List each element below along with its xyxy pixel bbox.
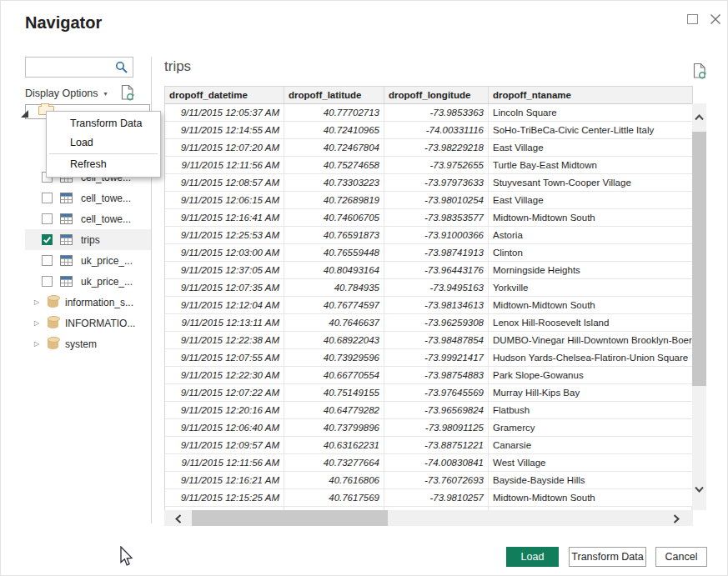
preview-grid-header: dropoff_datetime dropoff_latitude dropof…: [165, 87, 692, 104]
expand-arrow-icon[interactable]: ▷: [34, 319, 43, 327]
preview-refresh-icon[interactable]: [693, 63, 708, 83]
cell-dropoff-longitude: -73.9853363: [384, 104, 489, 121]
cell-dropoff-datetime: 9/11/2015 12:22:30 AM: [165, 367, 284, 383]
cell-dropoff-latitude: 40.73277664: [284, 454, 384, 471]
expand-arrow-icon[interactable]: ▷: [34, 298, 43, 306]
cell-dropoff-latitude: 40.68922043: [284, 332, 384, 348]
tree-item-checkbox[interactable]: [42, 234, 53, 245]
table-row: 9/11/2015 12:16:41 AM 40.74606705 -73.98…: [165, 209, 692, 227]
table-row: 9/11/2015 12:07:55 AM 40.73929596 -73.99…: [165, 349, 692, 367]
maximize-icon[interactable]: [687, 14, 698, 24]
tree-item[interactable]: ▷ cell_towe...: [25, 188, 151, 208]
cell-dropoff-datetime: 9/11/2015 12:06:40 AM: [165, 419, 284, 436]
context-menu: Transform Data Load Refresh: [46, 111, 161, 178]
sidebar-refresh-icon[interactable]: [121, 84, 136, 105]
vertical-scrollbar[interactable]: [692, 103, 706, 510]
table-icon: [60, 193, 73, 203]
cell-dropoff-datetime: 9/11/2015 12:25:53 AM: [165, 227, 284, 243]
tree-item[interactable]: ▷ information_s...: [25, 292, 151, 313]
tree-item[interactable]: ▷ trips: [25, 229, 151, 250]
column-header[interactable]: dropoff_ntaname: [489, 87, 692, 103]
cell-dropoff-datetime: 9/11/2015 12:08:57 AM: [165, 174, 284, 191]
tree-item-label: cell_towe...: [81, 193, 131, 204]
tree-item-label: trips: [81, 234, 100, 246]
display-options-dropdown[interactable]: Display Options▾: [25, 88, 108, 99]
transform-data-button[interactable]: Transform Data: [569, 547, 646, 567]
tree-item-checkbox[interactable]: [42, 276, 53, 287]
cancel-button[interactable]: Cancel: [655, 547, 707, 567]
scroll-left-icon[interactable]: [175, 514, 182, 523]
close-icon[interactable]: [709, 13, 722, 26]
cell-dropoff-ntaname: Flatbush: [489, 402, 692, 418]
cell-dropoff-datetime: 9/11/2015 12:03:00 AM: [165, 244, 284, 261]
cell-dropoff-ntaname: Morningside Heights: [489, 262, 692, 278]
cell-dropoff-datetime: 9/11/2015 12:06:15 AM: [165, 192, 284, 208]
cell-dropoff-latitude: 40.80493164: [284, 262, 384, 278]
cell-dropoff-latitude: 40.76591873: [284, 227, 384, 243]
context-menu-item[interactable]: Refresh: [47, 155, 160, 174]
cell-dropoff-latitude: 40.72467804: [284, 139, 384, 156]
table-row: 9/11/2015 12:03:00 AM 40.76559448 -73.98…: [165, 244, 692, 262]
expand-arrow-icon[interactable]: ▷: [34, 340, 43, 348]
chevron-down-icon: ▾: [104, 90, 108, 98]
navigator-dialog: Navigator Display Options▾ ▷: [0, 0, 728, 576]
cell-dropoff-ntaname: SoHo-TriBeCa-Civic Center-Little Italy: [489, 122, 692, 138]
table-row: 9/11/2015 12:12:04 AM 40.76774597 -73.98…: [165, 297, 692, 314]
context-menu-item-label: Transform Data: [70, 118, 142, 129]
tree-item-checkbox[interactable]: [42, 193, 53, 203]
cell-dropoff-latitude: 40.74606705: [284, 209, 384, 226]
tree-item[interactable]: ▷ uk_price_...: [25, 271, 151, 292]
cell-dropoff-longitude: -73.98010254: [384, 192, 489, 208]
cell-dropoff-ntaname: Canarsie: [489, 437, 692, 453]
tree-item-label: uk_price_...: [81, 255, 133, 267]
cell-dropoff-longitude: -73.98353577: [384, 209, 489, 226]
cell-dropoff-latitude: 40.63162231: [284, 437, 384, 453]
tree-item-checkbox[interactable]: [42, 213, 53, 224]
display-options-label: Display Options: [25, 88, 98, 99]
column-header[interactable]: dropoff_longitude: [384, 87, 489, 103]
cell-dropoff-datetime: 9/11/2015 12:11:56 AM: [165, 157, 284, 173]
tree-item[interactable]: ▷ system: [25, 333, 151, 354]
cell-dropoff-datetime: 9/11/2015 12:11:56 AM: [165, 454, 284, 471]
vertical-scrollbar-thumb[interactable]: [692, 132, 706, 386]
tree-item-checkbox[interactable]: [42, 255, 53, 266]
column-header[interactable]: dropoff_datetime: [165, 87, 284, 103]
cell-dropoff-latitude: 40.76774597: [284, 297, 384, 313]
cell-dropoff-datetime: 9/11/2015 12:07:55 AM: [165, 349, 284, 366]
cell-dropoff-datetime: 9/11/2015 12:07:35 AM: [165, 279, 284, 296]
column-header[interactable]: dropoff_latitude: [284, 87, 384, 103]
scroll-up-icon[interactable]: [695, 114, 704, 121]
table-row: 9/11/2015 12:06:15 AM 40.72689819 -73.98…: [165, 192, 692, 209]
load-button[interactable]: Load: [506, 547, 559, 567]
table-row: 9/11/2015 12:05:37 AM 40.77702713 -73.98…: [165, 104, 692, 122]
cell-dropoff-datetime: 9/11/2015 12:07:20 AM: [165, 139, 284, 156]
cell-dropoff-ntaname: Lincoln Square: [489, 104, 692, 121]
cell-dropoff-longitude: -73.9810257: [384, 489, 489, 506]
cell-dropoff-datetime: 9/11/2015 12:07:22 AM: [165, 384, 284, 401]
cell-dropoff-ntaname: DUMBO-Vinegar Hill-Downtown Brooklyn-Boe…: [489, 332, 692, 348]
horizontal-scrollbar[interactable]: [164, 510, 693, 526]
cell-dropoff-ntaname: Park Slope-Gowanus: [489, 367, 692, 383]
search-input[interactable]: [29, 58, 114, 76]
database-icon: [48, 338, 58, 349]
cell-dropoff-longitude: -73.97973633: [384, 174, 489, 191]
cell-dropoff-ntaname: Yorkville: [489, 279, 692, 296]
tree-item[interactable]: ▷ uk_price_...: [25, 250, 151, 271]
scroll-down-icon[interactable]: [695, 486, 704, 493]
table-row: 9/11/2015 12:15:25 AM 40.7617569 -73.981…: [165, 489, 692, 507]
cell-dropoff-datetime: 9/11/2015 12:37:05 AM: [165, 262, 284, 278]
cell-dropoff-longitude: -73.88751221: [384, 437, 489, 453]
scroll-right-icon[interactable]: [673, 514, 680, 523]
cell-dropoff-longitude: -74.00830841: [384, 454, 489, 471]
tree-item[interactable]: ▷ cell_towe...: [25, 208, 151, 229]
cell-dropoff-ntaname: Gramercy: [489, 419, 692, 436]
horizontal-scrollbar-thumb[interactable]: [192, 510, 388, 526]
cell-dropoff-longitude: -73.97645569: [384, 384, 489, 401]
context-menu-item[interactable]: Transform Data: [47, 114, 160, 133]
context-menu-item[interactable]: Load: [47, 133, 160, 153]
tree-item[interactable]: ▷ INFORMATIO...: [25, 313, 151, 333]
triangle-expanded-icon[interactable]: [21, 110, 28, 118]
cell-dropoff-latitude: 40.73799896: [284, 419, 384, 436]
preview-table-title: trips: [164, 58, 191, 75]
cell-dropoff-ntaname: Midtown-Midtown South: [489, 209, 692, 226]
